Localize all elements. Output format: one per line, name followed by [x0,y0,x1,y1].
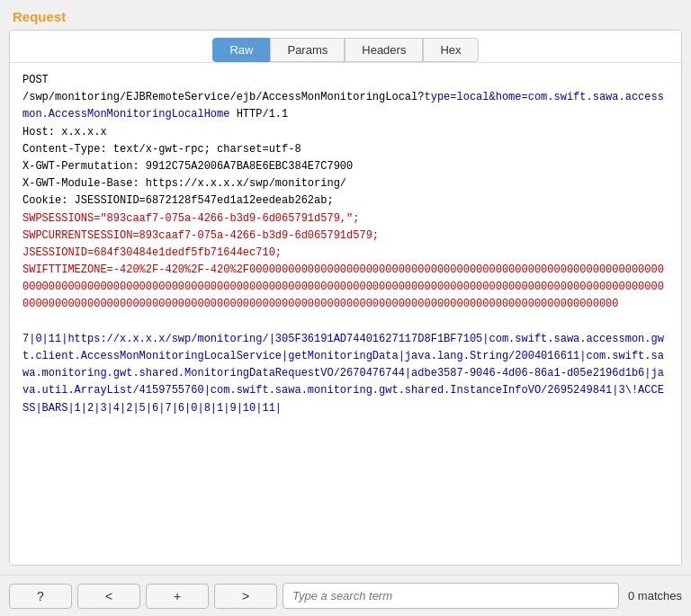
tab-hex[interactable]: Hex [423,38,478,62]
search-input[interactable] [283,583,619,609]
forward-button[interactable]: > [214,584,277,609]
request-panel: Raw Params Headers Hex POST /swp/monitor… [9,30,682,566]
back-button[interactable]: < [77,584,140,609]
plus-button[interactable]: + [146,584,209,609]
tab-bar: Raw Params Headers Hex [10,31,681,63]
tab-raw[interactable]: Raw [212,38,270,62]
bottom-bar: ? < + > 0 matches [0,575,691,616]
tab-params[interactable]: Params [270,38,345,62]
content-area: POST /swp/monitoring/EJBRemoteService/ej… [10,63,681,565]
tab-headers[interactable]: Headers [345,38,423,62]
question-button[interactable]: ? [9,584,72,609]
main-container: Request Raw Params Headers Hex POST /swp… [0,0,691,616]
matches-label: 0 matches [624,589,682,603]
section-title: Request [0,0,691,30]
